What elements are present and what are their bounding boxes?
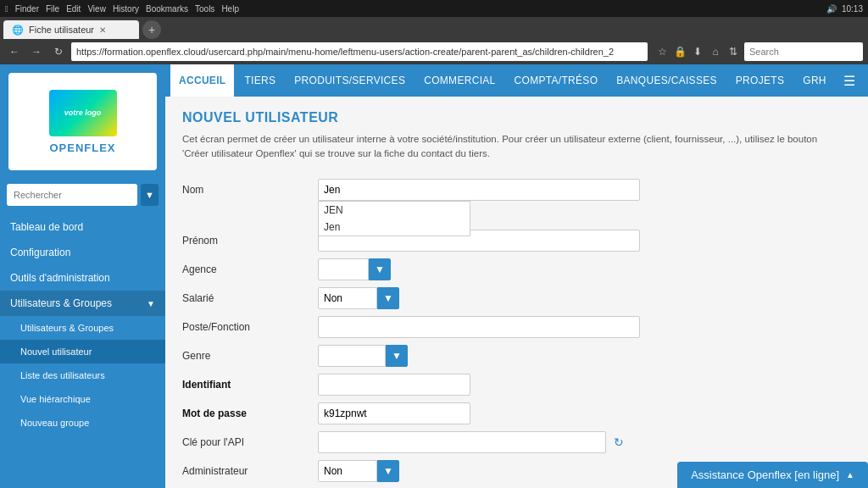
bookmark-star-icon[interactable]: ☆ (654, 46, 670, 58)
nav-item-commercial[interactable]: COMMERCIAL (415, 64, 504, 97)
field-poste (318, 316, 851, 338)
sidebar-item-liste-utilisateurs[interactable]: Liste des utilisateurs (0, 363, 165, 387)
volume-icon: 🔊 (826, 4, 837, 14)
assistance-button[interactable]: Assistance Openflex [en ligne] ▲ (677, 462, 868, 488)
administrateur-dropdown-btn[interactable]: ▼ (377, 460, 399, 482)
sidebar-item-users-groups[interactable]: Utilisateurs & Groupes ▼ (0, 291, 165, 316)
nav-label-produits: PRODUITS/SERVICES (294, 75, 405, 86)
autocomplete-item-jen-upper[interactable]: JEN (319, 202, 470, 219)
form-row-prenom: Prénom (182, 230, 851, 252)
label-motdepasse: Mot de passe (182, 402, 318, 419)
os-view[interactable]: View (87, 4, 106, 14)
app-container: votre logo OPENFLEX ▼ Tableau de bord Co… (0, 64, 868, 488)
agence-dropdown-btn[interactable]: ▼ (369, 258, 391, 280)
sidebar-search-input[interactable] (7, 184, 137, 206)
os-help[interactable]: Help (221, 4, 239, 14)
sidebar-label-users-groups: Utilisateurs & Groupes (10, 297, 112, 309)
input-motdepasse[interactable] (318, 402, 470, 424)
sidebar-item-users-groups-sub[interactable]: Utilisateurs & Groupes (0, 316, 165, 340)
os-bar-left:  Finder File Edit View History Bookmark… (5, 4, 239, 14)
os-time: 10:13 (842, 4, 863, 14)
tab-title: Fiche utilisateur (29, 25, 94, 35)
agence-select-wrapper: ▼ (318, 258, 391, 280)
nav-item-compta[interactable]: COMPTA/TRÉSO (506, 64, 607, 97)
os-tools[interactable]: Tools (195, 4, 214, 14)
back-button[interactable]: ← (5, 42, 24, 61)
sidebar-search-button[interactable]: ▼ (141, 184, 159, 206)
address-input[interactable] (71, 42, 648, 61)
os-bookmarks[interactable]: Bookmarks (146, 4, 188, 14)
label-identifiant: Identifiant (182, 374, 318, 391)
label-cle-api: Clé pour l'API (182, 431, 318, 448)
genre-dropdown-btn[interactable]: ▼ (386, 345, 408, 367)
assistance-label: Assistance Openflex [en ligne] (691, 469, 839, 481)
download-icon[interactable]: ⬇ (690, 46, 705, 58)
top-nav: ACCUEIL TIERS PRODUITS/SERVICES COMMERCI… (165, 64, 868, 97)
page-body: NOUVEL UTILISATEUR Cet écran permet de c… (165, 97, 868, 488)
nav-item-grh[interactable]: GRH (794, 64, 835, 97)
nav-item-banques[interactable]: BANQUES/CAISSES (608, 64, 726, 97)
apple-icon[interactable]:  (5, 4, 8, 14)
os-bar-right: 🔊 10:13 (826, 4, 863, 14)
sidebar-item-nouveau-groupe[interactable]: Nouveau groupe (0, 411, 165, 435)
tab-bar: 🌐 Fiche utilisateur ✕ + (0, 17, 868, 39)
browser-chrome: 🌐 Fiche utilisateur ✕ + ← → ↻ ☆ 🔒 ⬇ ⌂ ⇅ (0, 17, 868, 64)
sidebar-item-nouvel-utilisateur[interactable]: Nouvel utilisateur (0, 340, 165, 363)
os-file[interactable]: File (46, 4, 59, 14)
input-genre[interactable] (318, 345, 386, 367)
tab-close-btn[interactable]: ✕ (99, 25, 106, 35)
forward-button[interactable]: → (27, 42, 46, 61)
sidebar-item-vue-hierarchique[interactable]: Vue hiérarchique (0, 387, 165, 411)
input-poste[interactable] (318, 316, 640, 338)
new-tab-button[interactable]: + (142, 20, 161, 39)
input-cle-api[interactable] (318, 431, 606, 453)
nav-label-compta: COMPTA/TRÉSO (515, 75, 598, 86)
sidebar-label-configuration: Configuration (10, 247, 70, 258)
nav-item-tiers[interactable]: TIERS (236, 64, 284, 97)
sidebar-item-tableau[interactable]: Tableau de bord (0, 214, 165, 240)
page-description: Cet écran permet de créer un utilisateur… (182, 132, 843, 162)
label-poste: Poste/Fonction (182, 316, 318, 333)
chevron-down-icon: ▼ (147, 299, 155, 308)
api-row: ↻ (318, 431, 851, 453)
input-identifiant[interactable] (318, 374, 470, 396)
nav-item-projets[interactable]: PROJETS (727, 64, 793, 97)
sidebar-item-configuration[interactable]: Configuration (0, 240, 165, 265)
field-motdepasse (318, 402, 851, 424)
nav-label-tiers: TIERS (244, 75, 275, 86)
sidebar-item-outils[interactable]: Outils d'administration (0, 265, 165, 291)
select-administrateur[interactable]: Non Oui (318, 460, 377, 482)
hamburger-button[interactable]: ☰ (837, 68, 862, 93)
form-row-agence: Agence ▼ (182, 258, 851, 280)
tab-favicon: 🌐 (12, 25, 24, 36)
browser-search-input[interactable] (744, 42, 863, 61)
administrateur-select-wrapper: Non Oui ▼ (318, 460, 399, 482)
os-edit[interactable]: Edit (66, 4, 81, 14)
salarie-dropdown-btn[interactable]: ▼ (377, 287, 399, 309)
home-icon[interactable]: ⌂ (708, 46, 723, 58)
os-history[interactable]: History (113, 4, 139, 14)
nav-item-accueil[interactable]: ACCUEIL (170, 64, 234, 97)
label-nom: Nom (182, 179, 318, 196)
sidebar-label-tableau: Tableau de bord (10, 221, 83, 233)
genre-select-wrapper: ▼ (318, 345, 408, 367)
form-row-genre: Genre ▼ (182, 345, 851, 367)
sidebar-label-liste-utilisateurs: Liste des utilisateurs (20, 370, 105, 380)
autocomplete-item-jen[interactable]: Jen (319, 219, 470, 236)
refresh-api-key-button[interactable]: ↻ (609, 433, 628, 452)
input-nom[interactable] (318, 179, 640, 201)
page-title: NOUVEL UTILISATEUR (182, 110, 851, 125)
sync-icon[interactable]: ⇅ (726, 46, 741, 58)
logo-area: votre logo OPENFLEX (8, 73, 157, 170)
select-salarie[interactable]: Non Oui (318, 287, 377, 309)
nav-label-accueil: ACCUEIL (179, 75, 225, 86)
browser-tab[interactable]: 🌐 Fiche utilisateur ✕ (3, 20, 139, 39)
label-administrateur: Administrateur (182, 460, 318, 477)
lock-icon: 🔒 (672, 46, 687, 58)
input-agence[interactable] (318, 258, 369, 280)
form-row-identifiant: Identifiant (182, 374, 851, 396)
nav-item-produits[interactable]: PRODUITS/SERVICES (286, 64, 414, 97)
reload-button[interactable]: ↻ (49, 42, 68, 61)
os-finder[interactable]: Finder (15, 4, 39, 14)
sidebar-label-outils: Outils d'administration (10, 272, 110, 284)
